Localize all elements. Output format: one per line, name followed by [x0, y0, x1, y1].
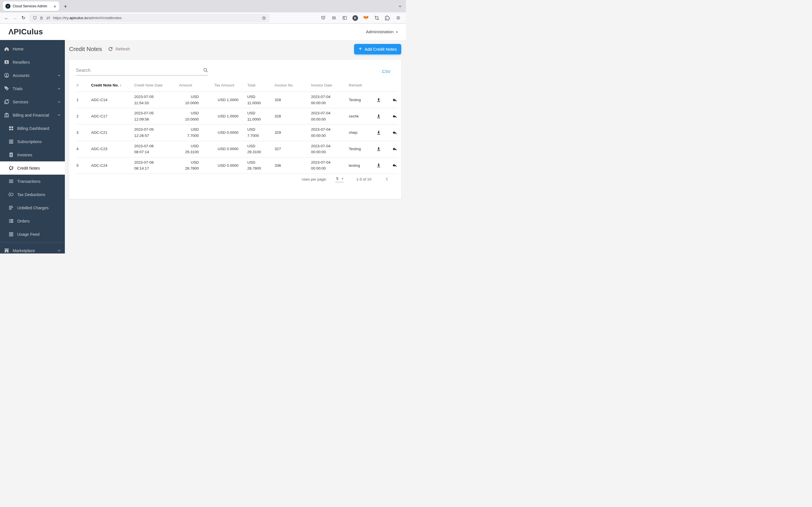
app-header: ΛPICulus Administration ▾ — [0, 24, 406, 40]
administration-label: Administration — [366, 29, 394, 34]
permissions-icon[interactable] — [46, 16, 50, 20]
keeper-extension-icon[interactable]: K — [351, 14, 359, 22]
table-row: 5 ADC-C24 2023-07-0608:14:17 USD28.7800 … — [76, 157, 398, 173]
col-header-amount[interactable]: Amount — [179, 79, 214, 92]
bookmark-star-icon[interactable] — [262, 16, 266, 20]
sidebar-item-billing-and-financial[interactable]: Billing and Financial — [0, 108, 65, 122]
sidebar-nav: Home Resellers Accounts Trials Services … — [0, 40, 65, 253]
metamask-fox-icon[interactable] — [362, 14, 370, 22]
sidebar-item-trials[interactable]: Trials — [0, 82, 65, 95]
new-tab-button[interactable]: + — [64, 3, 67, 9]
url-text[interactable]: https://try.apiculus.io/admin/#/creditno… — [53, 16, 122, 20]
table-row: 2 ADC-C17 2023-07-0512:09:56 USD10.0000 … — [76, 108, 398, 124]
search-input[interactable] — [76, 68, 203, 73]
browser-tab-bar: Λ Cloud Services Admin × + — [0, 0, 406, 12]
reload-button[interactable]: ↻ — [19, 14, 28, 22]
sidebar-item-subscriptions[interactable]: Subscriptions — [0, 135, 65, 148]
tax-amount-cell: USD 0.0000 — [214, 157, 247, 173]
col-header-num: # — [76, 79, 91, 92]
download-icon[interactable] — [376, 114, 381, 119]
sidebar-item-transactions[interactable]: Transactions — [0, 175, 65, 188]
chevron-down-icon — [57, 73, 61, 77]
credit-note-no-cell: ADC-C23 — [91, 141, 134, 157]
sidebar-item-credit-notes[interactable]: Credit Notes — [0, 161, 65, 175]
chevron-down-icon — [57, 87, 61, 91]
sidebar-item-usage-feed[interactable]: Usage Feed — [0, 228, 65, 241]
revert-icon[interactable] — [392, 163, 397, 168]
col-header-credit-note-no[interactable]: Credit Note No.↑ — [91, 79, 134, 92]
library-icon[interactable] — [330, 14, 338, 22]
back-button[interactable]: ← — [2, 14, 11, 22]
table-row: 1 ADC-C14 2023-07-0511:54:33 USD10.0000 … — [76, 92, 398, 108]
col-header-tax-amount[interactable]: Tax Amount — [214, 79, 247, 92]
lock-icon[interactable] — [40, 16, 43, 20]
revert-icon[interactable] — [392, 130, 397, 135]
sidebar-item-tax-deductions[interactable]: Tax Deductions — [0, 188, 65, 201]
remark-cell: Testing — [349, 141, 374, 157]
col-header-remark[interactable]: Remark — [349, 79, 374, 92]
add-credit-notes-button[interactable]: + Add Credit Notes — [354, 44, 401, 54]
sidebar-item-accounts[interactable]: Accounts — [0, 69, 65, 82]
shield-icon[interactable] — [33, 16, 37, 20]
services-icon — [4, 99, 10, 105]
plus-icon: + — [359, 46, 362, 52]
revert-icon[interactable] — [392, 98, 397, 103]
receipt-icon — [8, 152, 14, 158]
amount-cell: USD28.7800 — [179, 157, 214, 173]
download-icon[interactable] — [376, 163, 381, 168]
transactions-icon — [8, 178, 14, 184]
sidebar-item-marketplace[interactable]: Marketplace — [0, 244, 65, 253]
sidebar-item-resellers[interactable]: Resellers — [0, 55, 65, 69]
col-header-invoice-date[interactable]: Invoice Date — [311, 79, 349, 92]
csv-export-link[interactable]: .CSV — [381, 69, 391, 74]
col-header-invoice-no[interactable]: Invoice No. — [274, 79, 311, 92]
total-cell: USD28.7800 — [247, 157, 274, 173]
download-icon[interactable] — [376, 130, 381, 135]
list-tabs-chevron-icon[interactable] — [398, 4, 402, 8]
rows-per-page-label: rows per page: — [302, 177, 327, 181]
revert-icon[interactable] — [392, 114, 397, 119]
resellers-icon — [4, 59, 10, 65]
credit-note-no-cell: ADC-C17 — [91, 108, 134, 124]
administration-menu[interactable]: Administration ▾ — [366, 29, 398, 34]
remark-cell: chejc — [349, 124, 374, 141]
sidebar-item-services[interactable]: Services — [0, 95, 65, 108]
sidebar-item-home[interactable]: Home — [0, 42, 65, 55]
trials-tag-icon — [4, 86, 10, 92]
tax-amount-cell: USD 1.0000 — [214, 92, 247, 108]
sidebar-item-billing-dashboard[interactable]: Billing Dashboard — [0, 122, 65, 135]
search-field[interactable] — [76, 67, 208, 75]
sidebar-item-unbilled-charges[interactable]: Unbilled Charges — [0, 201, 65, 214]
amount-cell: USD7.7000 — [179, 124, 214, 141]
pagination-bar: rows per page: 5 ▾ 1-5 of 10 — [76, 176, 398, 182]
extensions-puzzle-icon[interactable] — [384, 14, 391, 22]
refresh-button[interactable]: Refresh — [108, 46, 130, 52]
remark-cell: Testing — [349, 92, 374, 108]
download-icon[interactable] — [376, 147, 381, 152]
rows-per-page-select[interactable]: 5 ▾ — [335, 176, 344, 182]
pocket-icon[interactable] — [319, 14, 327, 22]
previous-page-chevron-icon[interactable] — [384, 176, 390, 182]
amount-cell: USD10.0000 — [179, 92, 214, 108]
revert-icon[interactable] — [392, 147, 397, 152]
invoice-date-cell: 2023-07-0400:00:00 — [311, 92, 349, 108]
tab-close-icon[interactable]: × — [53, 4, 57, 9]
col-header-credit-note-date[interactable]: Credit Note Date — [134, 79, 179, 92]
browser-tab[interactable]: Λ Cloud Services Admin × — [3, 1, 59, 11]
col-header-total[interactable]: Total — [247, 79, 274, 92]
sidebar-item-orders[interactable]: Orders — [0, 214, 65, 228]
total-cell: USD11.0000 — [247, 92, 274, 108]
menu-hamburger-icon[interactable] — [394, 14, 402, 22]
credit-notes-card: .CSV # Credit Note No.↑ Credit Note Date… — [69, 60, 401, 199]
credit-notes-table: # Credit Note No.↑ Credit Note Date Amou… — [76, 79, 398, 174]
sidebar-item-invoices[interactable]: Invoices — [0, 148, 65, 161]
sidebar-toggle-icon[interactable] — [341, 14, 349, 22]
home-icon — [4, 46, 10, 52]
total-cell: USD11.0000 — [247, 108, 274, 124]
refresh-label: Refresh — [116, 47, 130, 51]
download-icon[interactable] — [376, 98, 381, 103]
screenshot-crop-icon[interactable] — [373, 14, 380, 22]
url-bar[interactable]: https://try.apiculus.io/admin/#/creditno… — [29, 14, 269, 22]
page-title: Credit Notes — [69, 46, 102, 52]
caret-down-icon: ▾ — [396, 31, 398, 34]
